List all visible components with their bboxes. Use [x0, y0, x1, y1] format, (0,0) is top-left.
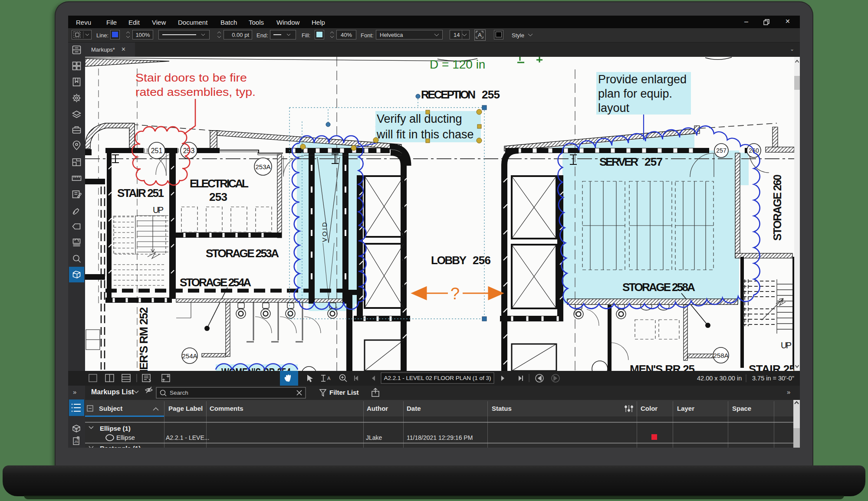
svg-text:Ellipse (1): Ellipse (1)	[100, 425, 131, 432]
svg-text:Author: Author	[367, 405, 388, 412]
svg-text:plan for equip.: plan for equip.	[598, 87, 672, 100]
svg-text:JS: JS	[74, 440, 78, 444]
svg-text:»: »	[787, 388, 790, 396]
svg-text:Space: Space	[732, 405, 751, 412]
svg-text:251: 251	[151, 147, 163, 154]
svg-text:A2.2.1 - LEVE...: A2.2.1 - LEVE...	[166, 434, 209, 441]
svg-text:»: »	[73, 388, 76, 396]
svg-text:layout: layout	[598, 102, 630, 115]
svg-text:A2.2.1 - LEVEL 02 FLOOR PLAN (: A2.2.1 - LEVEL 02 FLOOR PLAN (1 of 3)	[384, 375, 491, 381]
svg-text:will fit in this chase: will fit in this chase	[376, 128, 474, 141]
svg-text:MEN'S RR 25: MEN'S RR 25	[630, 363, 695, 371]
svg-text:257: 257	[716, 147, 727, 154]
svg-text:STORAGE 253A: STORAGE 253A	[206, 247, 279, 260]
svg-text:254A: 254A	[182, 352, 197, 360]
svg-text:LOBBY: LOBBY	[431, 254, 467, 267]
svg-text:STORAGE 254A: STORAGE 254A	[180, 276, 251, 289]
svg-text:STORAGE 260: STORAGE 260	[771, 174, 783, 241]
svg-text:3.75 in = 30'-0": 3.75 in = 30'-0"	[752, 375, 794, 382]
svg-text:42.00 x 30.00 in: 42.00 x 30.00 in	[697, 375, 742, 382]
svg-text:257: 257	[644, 155, 663, 168]
svg-text:Stair doors to be fire: Stair doors to be fire	[135, 71, 247, 84]
svg-text:ELECTRICAL: ELECTRICAL	[190, 177, 249, 190]
svg-text:A: A	[478, 32, 482, 38]
svg-text:11/18/2021 12:29:16 PM: 11/18/2021 12:29:16 PM	[407, 434, 473, 441]
svg-text:Verify all ducting: Verify all ducting	[377, 112, 462, 125]
svg-text:Markups List: Markups List	[91, 388, 134, 396]
svg-text:A: A	[327, 376, 331, 381]
svg-text:STAIR 251: STAIR 251	[117, 187, 164, 200]
svg-text:rated assemblies, typ.: rated assemblies, typ.	[135, 85, 256, 98]
svg-text:Status: Status	[492, 405, 512, 412]
svg-text:258A: 258A	[713, 352, 728, 359]
svg-text:?: ?	[450, 285, 460, 303]
svg-text:Filter List: Filter List	[329, 389, 359, 396]
svg-text:VOID: VOID	[321, 221, 328, 242]
svg-text:Date: Date	[407, 405, 421, 412]
svg-text:STORAGE 258A: STORAGE 258A	[622, 281, 695, 294]
svg-text:253: 253	[209, 190, 227, 203]
svg-text:256: 256	[473, 254, 491, 267]
svg-text:Subject: Subject	[99, 405, 122, 412]
svg-text:253A: 253A	[255, 163, 270, 170]
svg-text:3D: 3D	[74, 427, 78, 430]
svg-text:255: 255	[482, 88, 500, 101]
svg-text:SERVER: SERVER	[599, 155, 638, 168]
svg-text:Rectangle (1): Rectangle (1)	[100, 445, 141, 448]
svg-text:Color: Color	[641, 405, 658, 412]
svg-text:MER'S RM 252: MER'S RM 252	[137, 307, 150, 371]
svg-text:STAIR 25: STAIR 25	[749, 363, 794, 371]
svg-text:Comments: Comments	[210, 405, 243, 412]
svg-text:UP: UP	[781, 341, 792, 350]
svg-text:Page Label: Page Label	[168, 405, 203, 412]
svg-text:Layer: Layer	[677, 405, 694, 412]
svg-text:Ellipse: Ellipse	[116, 434, 135, 441]
svg-text:Search: Search	[170, 390, 188, 396]
svg-text:RECEPTION: RECEPTION	[421, 88, 476, 101]
svg-text:UP: UP	[153, 205, 164, 215]
svg-text:D = 120 in: D = 120 in	[430, 58, 485, 71]
svg-text:Provide enlarged: Provide enlarged	[598, 73, 687, 86]
svg-text:JLake: JLake	[366, 434, 382, 441]
